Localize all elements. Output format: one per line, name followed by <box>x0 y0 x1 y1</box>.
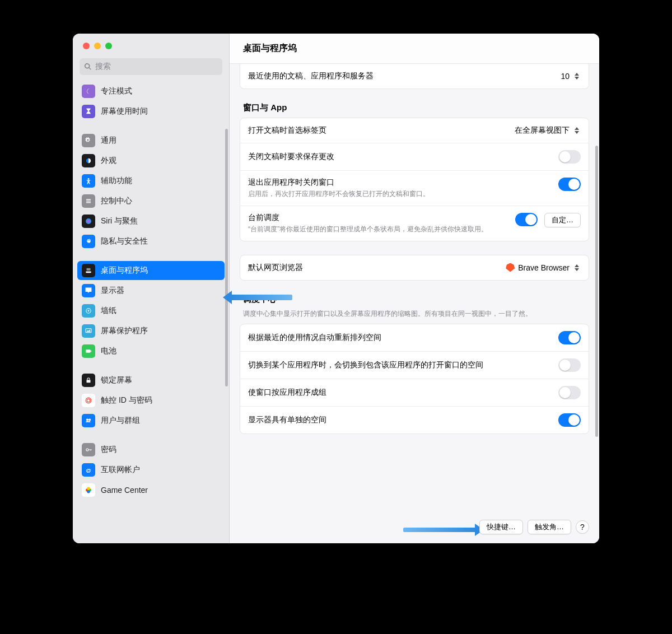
sidebar-item-label: 外观 <box>101 156 116 166</box>
footer-buttons: 快捷键… 触发角… ? <box>479 520 589 534</box>
sidebar-item-label: 用户与群组 <box>101 416 140 426</box>
gear-icon <box>82 134 95 147</box>
sidebar-item-passwords[interactable]: 密码 <box>77 440 225 459</box>
annotation-arrow-left <box>231 295 292 300</box>
close-windows-toggle[interactable] <box>558 178 581 191</box>
separate-spaces-label: 显示器具有单独的空间 <box>248 415 552 425</box>
svg-point-15 <box>86 398 91 403</box>
main-scroll-area[interactable]: 最近使用的文稿、应用程序和服务器 10 窗口与 App 打开文稿时首选标签页 在… <box>230 64 599 543</box>
chevron-updown-icon <box>573 125 581 136</box>
recent-items-card: 最近使用的文稿、应用程序和服务器 10 <box>240 64 589 89</box>
display-icon <box>82 284 95 297</box>
dock-icon <box>82 264 95 277</box>
sidebar-item-screensaver[interactable]: 屏幕保护程序 <box>77 321 225 341</box>
main-scrollbar[interactable] <box>595 146 598 437</box>
appearance-icon <box>82 154 95 167</box>
default-browser-popup[interactable]: Brave Browser <box>506 262 581 273</box>
sidebar-item-label: 锁定屏幕 <box>101 375 132 385</box>
siri-icon <box>82 215 95 228</box>
svg-rect-4 <box>86 202 91 203</box>
svg-point-18 <box>88 419 91 421</box>
window-minimize-button[interactable] <box>94 43 101 49</box>
sidebar-item-battery[interactable]: 电池 <box>77 342 225 361</box>
sliders-icon <box>82 194 95 208</box>
sidebar-item-wallpaper[interactable]: 墙纸 <box>77 301 225 320</box>
hot-corners-button[interactable]: 触发角… <box>528 520 571 534</box>
sidebar-item-label: 电池 <box>101 346 116 356</box>
sidebar-item-game-center[interactable]: Game Center <box>77 481 225 500</box>
search-input[interactable]: 搜索 <box>80 58 222 75</box>
prefer-tabs-popup[interactable]: 在全屏幕视图下 <box>515 125 581 136</box>
battery-icon <box>82 344 95 358</box>
window-close-button[interactable] <box>83 43 90 49</box>
close-windows-sub: 启用后，再次打开应用程序时不会恢复已打开的文稿和窗口。 <box>248 189 552 199</box>
auto-rearrange-label: 根据最近的使用情况自动重新排列空间 <box>248 333 552 343</box>
sidebar-item-label: 隐私与安全性 <box>101 236 148 246</box>
screensaver-icon <box>82 324 95 338</box>
windows-section-title: 窗口与 App <box>240 102 589 118</box>
sidebar-item-label: 屏幕保护程序 <box>101 326 148 336</box>
ask-save-toggle[interactable] <box>558 150 581 164</box>
sidebar-item-accessibility[interactable]: 辅助功能 <box>77 171 225 190</box>
shortcuts-button[interactable]: 快捷键… <box>479 520 523 534</box>
search-placeholder: 搜索 <box>95 62 111 72</box>
svg-point-16 <box>87 399 90 402</box>
lock-icon <box>82 374 95 387</box>
sidebar-item-label: 控制中心 <box>101 196 132 206</box>
help-button[interactable]: ? <box>576 520 589 534</box>
sidebar-item-touchid[interactable]: 触控 ID 与密码 <box>77 391 225 410</box>
sidebar-item-label: Game Center <box>101 486 148 495</box>
sidebar-item-control-center[interactable]: 控制中心 <box>77 192 225 211</box>
recent-items-value: 10 <box>561 72 570 81</box>
sidebar-scrollbar[interactable] <box>225 129 228 386</box>
svg-point-23 <box>87 487 90 490</box>
hand-icon <box>82 235 95 248</box>
auto-rearrange-toggle[interactable] <box>558 331 581 344</box>
sidebar-item-label: 密码 <box>101 445 116 455</box>
sidebar-item-general[interactable]: 通用 <box>77 131 225 150</box>
window-maximize-button[interactable] <box>105 43 112 49</box>
sidebar-item-focus[interactable]: 专注模式 <box>77 82 225 101</box>
sidebar-item-label: 互联网帐户 <box>101 465 140 475</box>
sidebar-item-users-groups[interactable]: 用户与群组 <box>77 411 225 430</box>
users-icon <box>82 414 95 427</box>
group-by-app-toggle[interactable] <box>558 386 581 399</box>
moon-icon <box>82 85 95 98</box>
svg-point-24 <box>87 490 90 493</box>
annotation-arrow-right <box>403 528 476 532</box>
mission-control-sub: 调度中心集中显示打开的窗口以及全屏幕应用程序的缩略图。所有项目在同一视图中，一目… <box>240 309 589 324</box>
sidebar-list[interactable]: 专注模式屏幕使用时间通用外观辅助功能控制中心Siri 与聚焦隐私与安全性桌面与程… <box>73 81 229 543</box>
page-title: 桌面与程序坞 <box>230 34 599 64</box>
svg-point-5 <box>86 218 91 224</box>
main-content: 桌面与程序坞 最近使用的文稿、应用程序和服务器 10 窗口与 App 打开文稿时… <box>230 34 599 543</box>
key-icon <box>82 443 95 456</box>
sidebar-item-label: Siri 与聚焦 <box>101 216 138 226</box>
svg-rect-14 <box>87 380 91 383</box>
sidebar-item-screentime[interactable]: 屏幕使用时间 <box>77 102 225 121</box>
stage-manager-customize-button[interactable]: 自定… <box>544 213 581 227</box>
separate-spaces-toggle[interactable] <box>558 413 581 427</box>
stepper-icon <box>573 71 581 82</box>
switch-space-label: 切换到某个应用程序时，会切换到包含该应用程序的打开窗口的空间 <box>248 360 552 370</box>
svg-rect-6 <box>86 271 91 273</box>
group-by-app-label: 使窗口按应用程序成组 <box>248 388 552 398</box>
svg-point-17 <box>86 419 88 421</box>
svg-text:@: @ <box>86 467 91 473</box>
sidebar-item-internet-accounts[interactable]: @互联网帐户 <box>77 460 225 479</box>
recent-items-stepper[interactable]: 10 <box>561 71 581 82</box>
sidebar-item-lock-screen[interactable]: 锁定屏幕 <box>77 371 225 390</box>
gamecenter-icon <box>82 483 95 497</box>
sidebar-item-displays[interactable]: 显示器 <box>77 281 225 300</box>
stage-manager-toggle[interactable] <box>515 213 538 226</box>
window-titlebar <box>73 34 229 58</box>
stage-manager-label: 台前调度 <box>248 213 508 223</box>
sidebar-item-label: 辅助功能 <box>101 176 132 186</box>
switch-space-toggle[interactable] <box>558 358 581 372</box>
sidebar-item-desktop-dock[interactable]: 桌面与程序坞 <box>77 261 225 280</box>
sidebar-item-appearance[interactable]: 外观 <box>77 151 225 170</box>
default-browser-label: 默认网页浏览器 <box>248 263 499 273</box>
sidebar-item-label: 通用 <box>101 136 116 146</box>
svg-rect-2 <box>86 199 91 200</box>
sidebar-item-privacy[interactable]: 隐私与安全性 <box>77 232 225 251</box>
sidebar-item-siri-spotlight[interactable]: Siri 与聚焦 <box>77 212 225 231</box>
